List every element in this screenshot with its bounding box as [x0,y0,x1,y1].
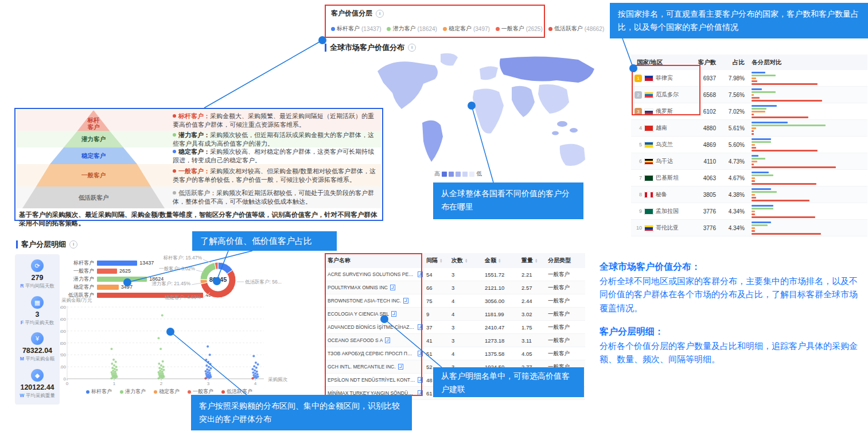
country-customer-count: 6568 [688,92,716,98]
customer-name-cell: OCEANO SEAFOOD S A [324,337,423,343]
legend-item[interactable]: 一般客户(2625) [496,25,543,33]
scatter-point [209,354,211,356]
info-icon[interactable] [376,10,384,18]
customer-row[interactable]: OCEANO SEAFOOD S A4131273.183.11一般客户 [324,334,585,347]
pyramid-shape: 一般客户 [36,164,151,187]
axis-tick-label: 400 [60,329,67,334]
copy-icon[interactable] [385,337,390,343]
legend-panel-title: 客户价值分层 [331,9,372,18]
info-icon[interactable] [408,44,416,52]
customer-weight: 3.11 [518,337,544,344]
country-row[interactable]: 9孟加拉国37764.34% [631,203,867,220]
copy-icon[interactable] [391,311,396,317]
country-percentage: 7.98% [716,75,745,81]
customer-row[interactable]: POULTRYMAX OMNIS INC6632121.102.57一般客户 [324,281,585,294]
rank-number: 10 [635,225,642,231]
country-row[interactable]: 6乌干达41104.73% [631,153,867,170]
customer-row[interactable]: ADVANCED BİONİCS İŞİTME CİHAZLARI TİCARE… [324,321,585,334]
country-name-cell: 1菲律宾 [631,74,688,82]
tier-bar [752,213,755,215]
tier-bar [752,211,755,212]
customer-name-cell: EPSİLON NDT ENDÜSTRİYEL KONTROL SİSTEMLE… [324,377,423,383]
detail-section-title-text: 客户分层明细 [21,239,66,250]
legend-item[interactable]: 潜力客户(18624) [387,25,437,33]
country-row[interactable]: 10哥伦比亚37764.34% [631,220,867,236]
country-percentage: 4.34% [716,225,745,231]
country-row[interactable]: 7巴基斯坦40634.67% [631,170,867,187]
country-row[interactable]: 1菲律宾69377.98% [631,70,867,87]
copy-icon[interactable] [418,351,423,356]
bar-value: 3497 [121,284,133,290]
country-percentage: 4.73% [716,158,745,165]
tier-bar [752,116,808,118]
customer-col-header-text: 金额 [485,257,496,265]
pyramid-shape-col: 稳定客户 [17,147,170,164]
country-customer-count: 4110 [688,158,716,165]
map-greenland [441,53,458,66]
sort-icon[interactable]: ▲▼ [465,258,468,263]
sort-icon[interactable]: ▲▼ [439,258,442,263]
detail-section-title: 客户分层明细 [16,239,77,250]
country-name: 乌干达 [656,157,673,165]
copy-icon[interactable] [398,364,403,370]
country-customer-count: 6937 [688,75,716,81]
customer-row[interactable]: ТЗОВ АКРОБУД СЕРВІС ПРОСП ПЕРЕМОГИ 91514… [324,347,585,360]
legend-dot-icon [387,27,391,31]
sort-icon[interactable]: ▲▼ [498,258,501,263]
axis-tick-label: 4 [254,381,257,386]
scatter-point [115,360,117,363]
legend-dot-icon [188,390,191,394]
legend-item[interactable]: 标杆客户(13437) [331,25,381,33]
axis-tick-label: 采购频次 [268,376,288,382]
copy-icon[interactable] [418,271,423,277]
bar-label: 标杆客户 [63,259,94,267]
country-row[interactable]: 5乌克兰48695.60% [631,137,867,153]
pyramid-level-title: 稳定客户： [178,148,210,155]
rfmw-stats-panel: ⟳279R 平均间隔天数▦3F 平均采购天数¥78322.04M 平均采购金额◆… [15,254,60,405]
copy-icon[interactable] [390,285,395,290]
customer-tier: 一般客户 [544,324,585,331]
tier-bar [752,180,755,182]
customer-amount: 1551.72 [481,271,518,278]
sort-icon[interactable]: ▲▼ [535,258,538,263]
customer-tier: 一般客户 [544,310,585,318]
country-row[interactable]: 3俄罗斯61027.02% [631,103,867,120]
world-map[interactable] [367,49,608,181]
tier-bar [752,200,809,201]
country-customer-count: 3776 [688,225,716,231]
scatter-legend-item[interactable]: 潜力客户 [120,388,146,395]
copy-icon[interactable] [418,324,423,330]
tier-bar [752,100,822,102]
country-name-cell: 9孟加拉国 [631,207,688,215]
legend-items: 标杆客户(13437)潜力客户(18624)稳定客户(3497)一般客户(262… [331,25,539,33]
customer-row[interactable]: ACRE SURVEYING SOLUTIONS PERU S A C AC54… [324,268,585,281]
copy-icon[interactable] [418,377,423,383]
country-flag-icon [644,108,653,115]
axis-tick-label: 500 [60,317,67,322]
country-row[interactable]: 8秘鲁38054.38% [631,187,867,203]
stat-card: ⟳279R 平均间隔天数 [20,259,55,290]
country-row[interactable]: 2厄瓜多尔65687.56% [631,87,867,103]
legend-item[interactable]: 低活跃客户(48662) [548,25,604,33]
info-icon[interactable] [69,240,77,248]
scatter-legend-item[interactable]: 标杆客户 [86,388,112,395]
customer-times: 3 [448,271,481,278]
title-bar-icon [16,240,18,248]
tier-mini-bars [745,188,867,201]
copy-icon[interactable] [403,298,408,304]
customer-row[interactable]: ECOLOGIA Y CIENCIA SRL941181.993.02一般客户 [324,308,585,321]
legend-dot-icon [154,390,157,394]
country-customer-count: 3805 [688,192,716,198]
sort-desc-icon: ▼ [439,261,442,263]
pyramid-shape: 低活跃客户 [22,187,165,208]
scatter-legend-item[interactable]: 稳定客户 [154,388,180,395]
legend-item[interactable]: 稳定客户(3497) [443,25,490,33]
customer-name: ADVANCED BİONİCS İŞİTME CİHAZLARI TİCARE… [328,324,415,330]
stat-card: ◆120122.44W 平均采购重量 [20,369,55,399]
tier-bar [752,80,757,82]
tier-mini-bars [745,222,867,235]
customer-row[interactable]: BROWNSTONE ASIA-TECH INC.7543056.002.44一… [324,294,585,308]
pyramid-level-label: 稳定客户 [81,152,106,159]
copy-icon[interactable] [418,390,423,396]
country-row[interactable]: 4越南48805.61% [631,120,867,137]
